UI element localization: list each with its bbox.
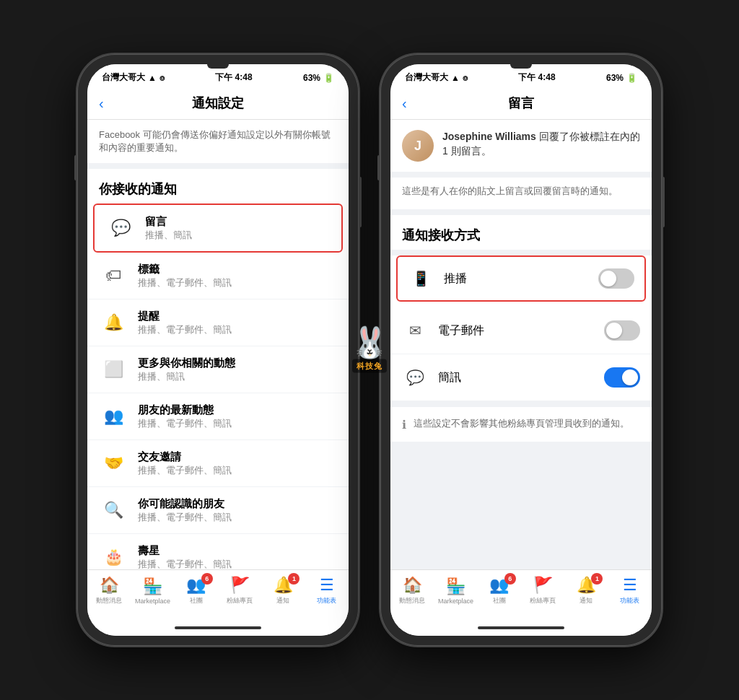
notif-sub-suggest: 推播、電子郵件、簡訊 [138,511,337,524]
status-left-2: 台灣大哥大 ▲ ⌾ [405,71,468,84]
tab-label-marketplace-2: Marketplace [438,598,473,605]
notif-sub-birthday: 推播、電子郵件、簡訊 [138,558,337,570]
phone-1: 台灣大哥大 ▲ ⌾ 下午 4:48 63% 🔋 ‹ 通知設定 Facebook … [77,54,359,646]
info-text: 這些設定不會影響其他粉絲專頁管理員收到的通知。 [414,417,629,430]
battery-icon-2: 🔋 [626,73,637,83]
tab-label-home-2: 動態消息 [399,596,425,605]
push-toggle[interactable] [598,268,634,289]
page-title-1: 通知設定 [192,95,244,112]
tab-home-1[interactable]: 🏠 動態消息 [91,576,127,605]
notif-item-birthday[interactable]: 🎂 壽星 推播、電子郵件、簡訊 [87,534,349,569]
tab-label-menu-1: 功能表 [317,596,336,605]
tab-page-2[interactable]: 🚩 粉絲專頁 [525,576,561,605]
tab-marketplace-2[interactable]: 🏪 Marketplace [437,577,473,605]
comment-notification: J Josephine Williams 回覆了你被標註在內的 1 則留言。 [390,120,652,178]
tab-groups-1[interactable]: 👥 社團 6 [178,576,214,605]
tab-label-marketplace-1: Marketplace [135,598,170,605]
notif-item-activity[interactable]: ⬜ 更多與你相關的動態 推播、簡訊 [87,346,349,393]
time-2: 下午 4:48 [518,71,555,84]
signal-icon-1: ▲ [148,73,157,83]
notif-description-1: Facebook 可能仍會傳送你偏好通知設定以外有關你帳號和內容的重要通知。 [87,120,349,169]
back-button-1[interactable]: ‹ [99,95,104,112]
notif-text-tag: 標籤 推播、電子郵件、簡訊 [138,263,337,289]
notif-msg: Josephine Williams 回覆了你被標註在內的 1 則留言。 [442,130,640,158]
tab-label-menu-2: 功能表 [620,596,639,605]
notif-item-request[interactable]: 🤝 交友邀請 推播、電子郵件、簡訊 [87,440,349,487]
email-toggle[interactable] [604,320,640,341]
notif-item-comment[interactable]: 💬 留言 推播、簡訊 [93,204,343,253]
tab-home-2[interactable]: 🏠 動態消息 [394,576,430,605]
phone-1-screen: 台灣大哥大 ▲ ⌾ 下午 4:48 63% 🔋 ‹ 通知設定 Facebook … [87,64,349,636]
toggle-item-email[interactable]: ✉ 電子郵件 [390,307,652,354]
status-right-2: 63% 🔋 [606,73,637,83]
toggle-label-sms: 簡訊 [438,370,594,385]
tab-menu-2[interactable]: ☰ 功能表 [612,576,648,605]
bell-icon: 🔔 [99,308,128,337]
section-header-2: 通知接收方式 [390,215,652,250]
notif-user: Josephine Williams [442,131,536,142]
tab-page-1[interactable]: 🚩 粉絲專頁 [222,576,258,605]
description-text-2: 這些是有人在你的貼文上留言或回覆留言時的通知。 [390,178,652,215]
notif-name-friends: 朋友的最新動態 [138,403,337,417]
page-icon-1: 🚩 [230,576,250,595]
tab-menu-1[interactable]: ☰ 功能表 [309,576,345,605]
birthday-icon: 🎂 [99,543,128,569]
tab-label-groups-2: 社團 [493,596,506,605]
tab-marketplace-1[interactable]: 🏪 Marketplace [134,577,170,605]
carrier-2: 台灣大哥大 [405,71,448,84]
toggle-item-push[interactable]: 📱 推播 [396,255,646,302]
mascot: 🐰 科技兔 [351,328,388,373]
avatar-josephine: J [402,130,434,162]
email-icon: ✉ [402,318,428,344]
toggle-list: 📱 推播 ✉ 電子郵件 💬 簡訊 [390,255,652,401]
menu-icon-1: ☰ [320,576,334,595]
notif-name-suggest: 你可能認識的朋友 [138,497,337,511]
notif-name-birthday: 壽星 [138,544,337,558]
status-right-1: 63% 🔋 [303,73,334,83]
tab-label-page-2: 粉絲專頁 [530,596,556,605]
nav-header-1: ‹ 通知設定 [87,87,349,120]
tab-groups-2[interactable]: 👥 社團 6 [481,576,517,605]
notif-item-friends[interactable]: 👥 朋友的最新動態 推播、電子郵件、簡訊 [87,393,349,440]
notif-badge-1: 1 [288,573,299,585]
activity-icon: ⬜ [99,355,128,384]
status-left-1: 台灣大哥大 ▲ ⌾ [102,71,165,84]
notif-sub-activity: 推播、簡訊 [138,370,337,383]
suggest-icon: 🔍 [99,496,128,525]
notif-text-birthday: 壽星 推播、電子郵件、簡訊 [138,544,337,570]
tab-label-notif-2: 通知 [580,596,592,605]
battery-icon-1: 🔋 [323,73,334,83]
tag-icon: 🏷 [99,261,128,290]
back-button-2[interactable]: ‹ [402,95,407,112]
sms-toggle[interactable] [604,367,640,388]
phone-2-screen: 台灣大哥大 ▲ ⌾ 下午 4:48 63% 🔋 ‹ 留言 J [390,64,652,636]
toggle-label-email: 電子郵件 [438,323,594,338]
toggle-item-sms[interactable]: 💬 簡訊 [390,354,652,401]
notif-item-tag[interactable]: 🏷 標籤 推播、電子郵件、簡訊 [87,253,349,299]
section-title-1: 你接收的通知 [87,169,349,204]
notif-list-1: 💬 留言 推播、簡訊 🏷 標籤 推播、電子郵件、簡訊 [87,204,349,569]
marketplace-icon-2: 🏪 [446,577,465,596]
comment-icon: 💬 [106,214,135,242]
home-indicator-2 [390,620,652,636]
menu-icon-2: ☰ [623,576,637,595]
notif-item-reminder[interactable]: 🔔 提醒 推播、電子郵件、簡訊 [87,299,349,346]
info-note: ℹ 這些設定不會影響其他粉絲專頁管理員收到的通知。 [390,407,652,442]
notif-sub-comment: 推播、簡訊 [145,229,330,242]
notif-text-request: 交友邀請 推播、電子郵件、簡訊 [138,450,337,477]
screen-content-2: J Josephine Williams 回覆了你被標註在內的 1 則留言。 這… [390,120,652,569]
mascot-label: 科技兔 [352,359,387,373]
friends-icon: 👥 [99,402,128,431]
notif-text-activity: 更多與你相關的動態 推播、簡訊 [138,356,337,383]
tab-notifications-1[interactable]: 🔔 通知 1 [265,576,301,605]
notif-text-suggest: 你可能認識的朋友 推播、電子郵件、簡訊 [138,497,337,524]
notif-name-comment: 留言 [145,215,330,229]
notif-text-comment: 留言 推播、簡訊 [145,215,330,242]
home-icon-1: 🏠 [100,576,119,595]
tab-notifications-2[interactable]: 🔔 通知 1 [568,576,604,605]
notif-item-suggest[interactable]: 🔍 你可能認識的朋友 推播、電子郵件、簡訊 [87,487,349,534]
phones-container: 台灣大哥大 ▲ ⌾ 下午 4:48 63% 🔋 ‹ 通知設定 Facebook … [77,54,662,646]
toggle-label-push: 推播 [444,271,588,286]
request-icon: 🤝 [99,449,128,478]
notif-name-activity: 更多與你相關的動態 [138,356,337,370]
